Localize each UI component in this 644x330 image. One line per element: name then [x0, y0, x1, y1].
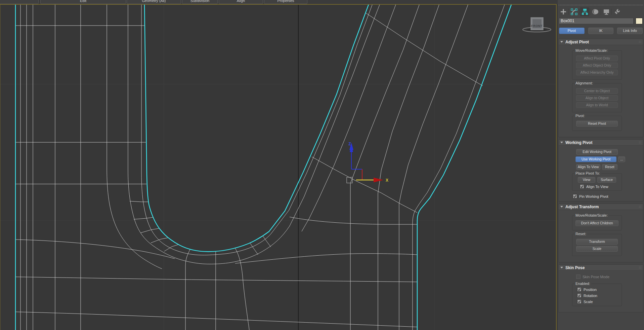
group-label: Move/Rotate/Scale: [574, 48, 609, 52]
rotation-checkbox[interactable] [577, 293, 582, 298]
ribbon-button-subdivision[interactable]: Subdivision [182, 0, 218, 4]
tab-create[interactable] [559, 7, 568, 16]
hierarchy-mode-tabs: Pivot IK Link Info [558, 25, 644, 38]
tab-separator [568, 9, 569, 15]
utilities-wrench-icon [614, 8, 620, 15]
rollout-header-working-pivot[interactable]: Working Pivot ∷ [559, 140, 643, 146]
group-alignment: Alignment: Center to Object Align to Obj… [572, 83, 622, 112]
viewport-active-border-top [0, 4, 557, 5]
place-pivot-view-button[interactable]: View [578, 177, 595, 183]
rollout-header-adjust-pivot[interactable]: Adjust Pivot ∷ [559, 39, 643, 45]
position-checkbox[interactable] [577, 287, 582, 292]
checkbox-label: Rotation [584, 294, 597, 298]
align-to-view-checkbox[interactable] [580, 184, 584, 189]
rollout-grip-icon: ∷ [639, 40, 641, 44]
tab-separator [590, 9, 590, 15]
rollout-grip-icon: ∷ [639, 205, 641, 209]
tab-motion[interactable] [591, 7, 600, 16]
panel-dock-handle[interactable] [559, 5, 643, 6]
rollout-collapse-icon [560, 267, 563, 268]
rollout-skin-pose: Skin Pose ∷ Skin Pose Mode Enabled: Posi… [558, 264, 643, 313]
group-move-rotate-scale: Move/Rotate/Scale: Affect Pivot Only Aff… [572, 50, 622, 80]
checkbox-label: Scale [584, 300, 593, 304]
checkbox-label: Pin Working Pivot [579, 194, 608, 198]
tab-utilities[interactable] [612, 7, 621, 16]
motion-icon [592, 8, 599, 15]
gizmo-z-label: Z [348, 142, 351, 146]
affect-pivot-only-button[interactable]: Affect Pivot Only [576, 56, 618, 61]
tab-modify[interactable] [569, 7, 578, 16]
group-enabled: Enabled: Position Rotation [572, 284, 622, 306]
reset-pivot-button[interactable]: Reset Pivot [576, 121, 618, 126]
gizmo-x-label: X [386, 178, 388, 183]
group-reset: Reset: Transform Scale [572, 234, 622, 256]
tab-hierarchy-selected[interactable] [580, 7, 589, 16]
ribbon-strip: Edit Geometry (All) ▾ Subdivision Align … [0, 0, 644, 4]
chevron-down-icon: ▾ [127, 4, 181, 4]
align-to-object-button[interactable]: Align to Object [576, 95, 618, 101]
hierarchy-icon [582, 8, 588, 15]
reset-transform-button[interactable]: Transform [576, 239, 618, 245]
rollout-title: Adjust Transform [565, 205, 639, 209]
ribbon-button-partial[interactable] [0, 0, 39, 4]
rollout-header-adjust-transform[interactable]: Adjust Transform ∷ [559, 204, 643, 210]
scale-checkbox[interactable] [577, 299, 582, 304]
group-label: Place Pivot To: [574, 171, 601, 175]
tab-separator [579, 9, 579, 15]
affect-hierarchy-only-button[interactable]: Affect Hierarchy Only [576, 70, 618, 75]
checkbox-label: Skin Pose Mode [583, 275, 609, 279]
group-label: Enabled: [574, 282, 591, 286]
viewport-canvas[interactable]: X Z FRONT [0, 4, 558, 330]
tab-pivot[interactable]: Pivot [559, 28, 585, 34]
rollout-title: Skin Pose [565, 265, 639, 270]
rollout-collapse-icon [560, 142, 563, 143]
tab-ik[interactable]: IK [588, 28, 614, 34]
rollout-working-pivot: Working Pivot ∷ Edit Working Pivot Use W… [558, 139, 643, 201]
ribbon-button-geometry-all[interactable]: Geometry (All) ▾ [127, 0, 181, 4]
modify-icon [571, 8, 577, 15]
tab-separator [611, 9, 612, 15]
viewport-active-border-left [0, 4, 0, 330]
object-name-input[interactable]: Box001 [559, 18, 634, 24]
ribbon-button-edit[interactable]: Edit [40, 0, 126, 4]
rollout-collapse-icon [560, 41, 563, 43]
affect-object-only-button[interactable]: Affect Object Only [576, 63, 618, 68]
working-pivot-reset-button[interactable]: Reset [602, 164, 617, 170]
check-icon [577, 294, 581, 297]
working-pivot-more-button[interactable]: ... [618, 156, 625, 162]
check-icon [577, 288, 581, 291]
group-move-rotate-scale-transform: Move/Rotate/Scale: Don't Affect Children [572, 215, 622, 230]
rollout-header-skin-pose[interactable]: Skin Pose ∷ [559, 265, 643, 271]
object-color-swatch[interactable] [636, 18, 643, 24]
pin-working-pivot-checkbox[interactable] [573, 194, 577, 198]
viewport-background [0, 4, 558, 330]
chevron-down-icon: ▾ [264, 4, 307, 4]
edit-working-pivot-button[interactable]: Edit Working Pivot [576, 149, 618, 155]
object-name-row: Box001 [558, 17, 644, 25]
rollout-adjust-pivot: Adjust Pivot ∷ Move/Rotate/Scale: Affect… [558, 39, 643, 137]
tab-display[interactable] [602, 7, 611, 16]
checkbox-label: Position [584, 288, 597, 292]
command-panel: Box001 Pivot IK Link Info Adjust Pivot ∷… [558, 0, 644, 330]
rollout-grip-icon: ∷ [639, 141, 641, 144]
check-icon [580, 185, 584, 188]
use-working-pivot-button[interactable]: Use Working Pivot [575, 156, 616, 162]
check-icon [577, 300, 581, 303]
group-label: Reset: [574, 232, 588, 236]
group-label: Move/Rotate/Scale: [574, 213, 609, 217]
place-pivot-surface-button[interactable]: Surface [597, 177, 616, 183]
group-label: Pivot: [574, 114, 586, 118]
align-to-view-button[interactable]: Align To View [576, 164, 600, 170]
dont-affect-children-button[interactable]: Don't Affect Children [575, 220, 618, 226]
group-place-pivot-to: Place Pivot To: View Surface Align To Vi… [572, 173, 622, 191]
skin-pose-mode-checkbox[interactable] [576, 274, 581, 279]
reset-scale-button[interactable]: Scale [576, 246, 618, 252]
ribbon-button-align[interactable]: Align [219, 0, 263, 4]
display-monitor-icon [603, 8, 610, 15]
ribbon-button-properties[interactable]: Properties ▾ [264, 0, 307, 4]
tab-link-info[interactable]: Link Info [617, 28, 643, 34]
viewcube-front-label: FRONT [531, 24, 543, 28]
align-to-world-button[interactable]: Align to World [576, 102, 618, 108]
checkbox-label: Align To View [586, 185, 608, 189]
center-to-object-button[interactable]: Center to Object [576, 88, 618, 94]
